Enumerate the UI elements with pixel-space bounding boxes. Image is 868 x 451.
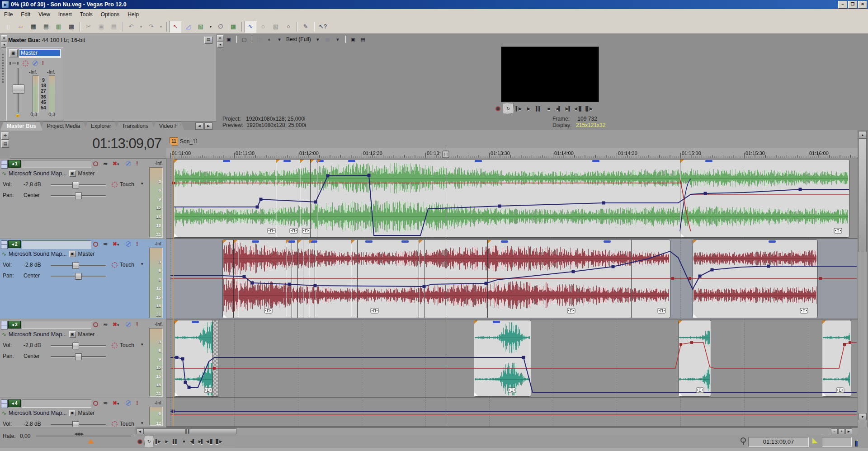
- paste-icon[interactable]: ▤: [108, 21, 120, 33]
- maximize-button[interactable]: ❐: [848, 1, 857, 9]
- edit-cursor-timecode[interactable]: 01:13:09,07: [10, 136, 161, 152]
- undo-menu-icon[interactable]: ▾: [138, 21, 144, 33]
- insert-fx-icon[interactable]: [9, 62, 19, 65]
- rate-marker-triangle[interactable]: [88, 439, 94, 444]
- close-preview-icon[interactable]: ✕: [217, 35, 223, 42]
- dim-output-icon[interactable]: !: [42, 60, 44, 66]
- automation-caret-icon[interactable]: ▾: [141, 421, 143, 425]
- device-chain-icon[interactable]: ∿: [2, 410, 6, 416]
- mute-icon[interactable]: ✖▾: [113, 241, 121, 247]
- phase-icon[interactable]: !: [136, 241, 138, 247]
- auto-ripple-icon[interactable]: ∿: [245, 21, 256, 33]
- lock-envelopes-icon[interactable]: ∅: [215, 21, 226, 33]
- v-scroll-up-icon[interactable]: ▲: [859, 131, 867, 138]
- tab-explorer[interactable]: Explorer: [84, 122, 118, 131]
- track-header-1[interactable]: ◀1≂✖▾!-Inf.∿Microsoft Sound Map...▣Maste…: [0, 159, 166, 238]
- pan-value[interactable]: Center: [24, 192, 40, 198]
- timeline-lock-icon[interactable]: ▤: [1, 140, 9, 148]
- panel-grip[interactable]: [2, 54, 4, 83]
- track-envelope-icon[interactable]: ≂: [103, 241, 108, 247]
- pan-slider[interactable]: [75, 193, 82, 199]
- menu-edit[interactable]: Edit: [17, 10, 34, 19]
- track-header-2[interactable]: ◀2≂✖▾!-Inf.∿Microsoft Sound Map...▣Maste…: [0, 239, 166, 319]
- automation-mode[interactable]: Touch: [120, 181, 134, 188]
- phase-icon[interactable]: !: [136, 160, 138, 167]
- track-header-4[interactable]: ◀4≂✖▾!-Inf.∿Microsoft Sound Map...▣Maste…: [0, 398, 166, 426]
- menu-tools[interactable]: Tools: [76, 10, 97, 19]
- track-name-field[interactable]: [22, 399, 91, 408]
- track-bus[interactable]: Master: [78, 331, 95, 338]
- menu-file[interactable]: File: [0, 10, 17, 19]
- project-properties-icon[interactable]: ▤: [40, 21, 52, 33]
- mute-icon[interactable]: ✖▾: [113, 321, 121, 328]
- tab-video-f[interactable]: Video F: [152, 122, 184, 131]
- status-timecode[interactable]: 01:13:09,07: [748, 437, 809, 447]
- h-scroll-right-icon[interactable]: ▶: [845, 428, 852, 434]
- selection-edit-tool-icon[interactable]: ▧: [195, 21, 207, 33]
- automation-gear-icon[interactable]: [112, 262, 118, 268]
- master-name-field[interactable]: Master: [19, 49, 61, 58]
- pin-preview-icon[interactable]: ◂: [217, 42, 223, 48]
- preview-quality-caret-icon[interactable]: ▾: [275, 35, 284, 43]
- automation-gear-icon[interactable]: [112, 343, 118, 348]
- zoom-edit-tool-icon[interactable]: ○: [283, 21, 294, 33]
- track-header-3[interactable]: ◀3≂✖▾!-Inf.∿Microsoft Sound Map...▣Maste…: [0, 319, 166, 397]
- track-restore-icon[interactable]: [1, 404, 8, 408]
- play-button[interactable]: ▶: [162, 436, 171, 447]
- automation-mode[interactable]: Touch: [120, 262, 134, 268]
- stop-button[interactable]: ■: [543, 103, 553, 113]
- capture-video-icon[interactable]: ▥: [53, 21, 65, 33]
- track-device[interactable]: Microsoft Sound Map...: [9, 331, 67, 338]
- close-button[interactable]: ✕: [858, 1, 867, 9]
- video-preview-prefs-icon[interactable]: ▣: [224, 35, 233, 43]
- external-monitor-icon[interactable]: ▢: [240, 35, 249, 43]
- tabs-scroll-left[interactable]: ◀: [195, 122, 203, 130]
- track-envelope-icon[interactable]: ≂: [103, 400, 108, 406]
- timeline-tool-icon[interactable]: ✛: [1, 132, 9, 140]
- automation-caret-icon[interactable]: ▾: [141, 342, 143, 347]
- arm-record-icon[interactable]: [93, 242, 98, 247]
- master-window-icon[interactable]: ▣: [9, 49, 18, 57]
- go-to-start-button[interactable]: ◀▌: [188, 436, 197, 447]
- automation-caret-icon[interactable]: ▾: [141, 181, 143, 186]
- track-name-field[interactable]: [22, 240, 91, 249]
- pause-button[interactable]: ▌▌: [171, 436, 179, 447]
- timeline-marker[interactable]: 11 Son_11: [170, 137, 198, 146]
- track-bus[interactable]: Master: [78, 251, 95, 257]
- undo-icon[interactable]: ↶: [125, 21, 137, 33]
- ignore-event-grouping-icon[interactable]: ▩: [227, 21, 239, 33]
- vol-value[interactable]: -2,8 dB: [24, 181, 41, 188]
- render-as-icon[interactable]: ▩: [66, 21, 77, 33]
- pan-value[interactable]: Center: [24, 353, 40, 359]
- pause-button[interactable]: ▌▌: [533, 103, 543, 113]
- arm-record-icon[interactable]: [93, 322, 98, 327]
- play-from-start-button[interactable]: ▌▶: [154, 436, 162, 447]
- record-button[interactable]: [493, 103, 503, 113]
- selection-cursor-icon[interactable]: ▧: [270, 21, 282, 33]
- overlays-caret-icon[interactable]: ▾: [333, 35, 342, 43]
- open-project-icon[interactable]: ▱: [15, 21, 27, 33]
- new-project-icon[interactable]: ▯: [2, 21, 14, 33]
- cut-icon[interactable]: ✂: [83, 21, 94, 33]
- track-device[interactable]: Microsoft Sound Map...: [9, 170, 67, 177]
- paint-events-tool-icon[interactable]: ✎: [300, 21, 311, 33]
- menu-options[interactable]: Options: [97, 10, 123, 19]
- track-device[interactable]: Microsoft Sound Map...: [9, 251, 67, 257]
- zoom-in-icon[interactable]: +: [838, 428, 845, 434]
- tab-transitions[interactable]: Transitions: [115, 122, 155, 131]
- save-project-icon[interactable]: ▦: [28, 21, 39, 33]
- menu-view[interactable]: View: [34, 10, 54, 19]
- menu-help[interactable]: Help: [123, 10, 143, 19]
- vol-value[interactable]: -2,8 dB: [24, 262, 41, 268]
- copy-snapshot-icon[interactable]: ▣: [349, 35, 358, 43]
- loop-playback-button[interactable]: ↻: [144, 436, 154, 447]
- solo-icon[interactable]: [126, 241, 131, 247]
- tab-master-bus[interactable]: Master Bus: [0, 122, 43, 131]
- lock-fader-icon[interactable]: 🔒: [15, 112, 20, 117]
- track-envelope-icon[interactable]: ≂: [103, 160, 108, 167]
- mute-caret-icon[interactable]: ▾: [117, 243, 119, 247]
- phase-icon[interactable]: !: [136, 400, 138, 406]
- device-chain-icon[interactable]: ∿: [2, 170, 6, 177]
- bus-assign-icon[interactable]: ▣: [69, 331, 76, 338]
- bus-assign-icon[interactable]: ▣: [69, 170, 76, 177]
